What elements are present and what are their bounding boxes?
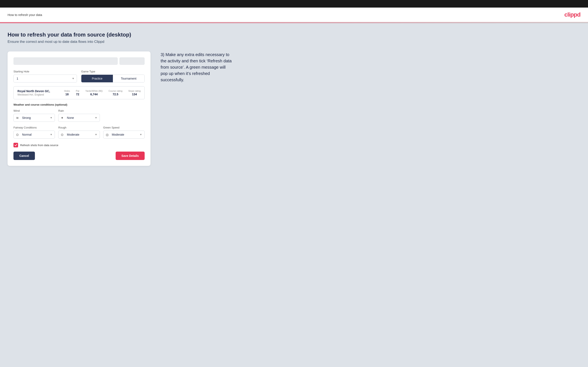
game-type-toggle: Practice Tournament [81,75,145,83]
holes-label: Holes [64,90,70,92]
stat-slope-rating: Slope rating 134 [128,90,141,96]
stat-par: Par 72 [76,90,79,96]
green-speed-select[interactable]: Moderate Slow Fast [103,131,145,139]
rain-select-wrapper[interactable]: ✦ None Light Heavy ▼ [58,114,100,122]
rough-select[interactable]: Moderate Light Heavy [58,131,100,139]
course-name: Royal North Devon GC, [17,89,50,93]
tab-placeholder-2 [119,57,145,65]
wind-select[interactable]: Strong Light Moderate None [13,114,55,122]
rain-select[interactable]: None Light Heavy [58,114,100,122]
top-tabs [13,57,145,65]
course-location: Westward Ho!, England [17,93,50,96]
group-fairway: Fairway Conditions ⊙ Normal Soft Firm ▼ [13,126,55,139]
save-button[interactable]: Save Details [116,152,145,160]
cancel-button[interactable]: Cancel [13,152,35,160]
page-heading: How to refresh your data from source (de… [8,32,580,38]
side-note-text: 3) Make any extra edits necessary to the… [161,51,232,83]
green-speed-label: Green Speed [103,126,145,129]
starting-hole-select-wrapper[interactable]: 1 10 ▼ [13,75,77,83]
group-green-speed: Green Speed ◎ Moderate Slow Fast ▼ [103,126,145,139]
refresh-checkbox-row: Refresh shots from data source [13,143,145,147]
header: How to refresh your data clippd [0,8,588,23]
course-details: Royal North Devon GC, Westward Ho!, Engl… [17,89,50,96]
rough-label: Rough [58,126,100,129]
par-value: 72 [76,92,79,96]
game-type-label: Game Type [81,70,145,73]
stat-holes: Holes 18 [64,90,70,96]
slope-rating-value: 134 [132,92,137,96]
button-row: Cancel Save Details [13,152,145,160]
row-fairway-rough-green: Fairway Conditions ⊙ Normal Soft Firm ▼ … [13,126,145,139]
par-label: Par [76,90,79,92]
group-rough: Rough ⊙ Moderate Light Heavy ▼ [58,126,100,139]
starting-hole-label: Starting Hole [13,70,77,73]
course-info-card: Royal North Devon GC, Westward Ho!, Engl… [13,86,145,99]
checkmark-icon [14,144,17,147]
tab-placeholder-1 [13,57,118,65]
form-card: Starting Hole 1 10 ▼ Game Type Practice … [8,51,150,166]
main-content: How to refresh your data from source (de… [0,23,588,367]
header-title: How to refresh your data [8,13,42,17]
starting-hole-select[interactable]: 1 10 [13,75,77,83]
holes-value: 18 [65,92,69,96]
group-starting-hole: Starting Hole 1 10 ▼ [13,70,77,83]
weather-section-title: Weather and course conditions (optional) [13,103,145,106]
tournament-button[interactable]: Tournament [113,75,144,82]
rough-select-wrapper[interactable]: ⊙ Moderate Light Heavy ▼ [58,131,100,139]
stat-course-rating: Course rating 72.5 [108,90,122,96]
side-note: 3) Make any extra edits necessary to the… [161,51,232,83]
row-starting-game: Starting Hole 1 10 ▼ Game Type Practice … [13,70,145,83]
rain-placeholder [103,109,145,122]
group-rain: Rain ✦ None Light Heavy ▼ [58,109,100,122]
refresh-label: Refresh shots from data source [20,144,58,147]
row-wind-rain: Wind ≋ Strong Light Moderate None ▼ Rain [13,109,145,122]
page-subheading: Ensure the correct and most up to date d… [8,40,580,44]
stat-yards: Yards/White (M)) 6,744 [85,90,103,96]
course-rating-value: 72.5 [113,92,118,96]
yards-label: Yards/White (M)) [85,90,103,92]
green-speed-select-wrapper[interactable]: ◎ Moderate Slow Fast ▼ [103,131,145,139]
logo: clippd [564,11,580,18]
course-stats: Holes 18 Par 72 Yards/White (M)) 6,744 C… [64,90,141,96]
top-bar [0,0,588,8]
group-wind: Wind ≋ Strong Light Moderate None ▼ [13,109,55,122]
course-rating-label: Course rating [108,90,122,92]
refresh-checkbox[interactable] [13,143,18,147]
fairway-select-wrapper[interactable]: ⊙ Normal Soft Firm ▼ [13,131,55,139]
fairway-label: Fairway Conditions [13,126,55,129]
wind-label: Wind [13,109,55,112]
wind-select-wrapper[interactable]: ≋ Strong Light Moderate None ▼ [13,114,55,122]
slope-rating-label: Slope rating [128,90,141,92]
rain-label: Rain [58,109,100,112]
fairway-select[interactable]: Normal Soft Firm [13,131,55,139]
group-game-type: Game Type Practice Tournament [81,70,145,83]
content-area: Starting Hole 1 10 ▼ Game Type Practice … [8,51,580,166]
practice-button[interactable]: Practice [81,75,113,82]
yards-value: 6,744 [90,92,98,96]
